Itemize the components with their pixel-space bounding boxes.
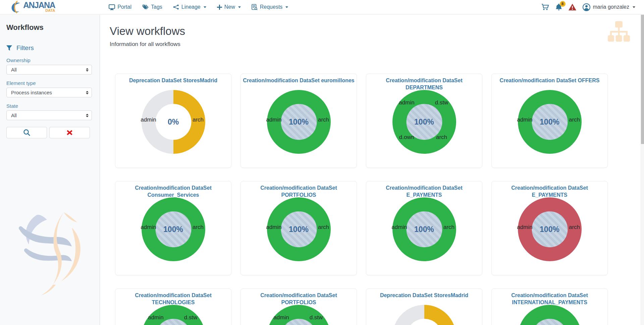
app-logo[interactable]: ANJANA DATA — [10, 1, 55, 13]
workflow-card[interactable]: Creation/modification DataSet OFFERS100%… — [491, 74, 608, 168]
percent-value: 0% — [168, 117, 179, 126]
filter-state-select[interactable]: All — [6, 110, 92, 120]
workflow-card-title[interactable]: Deprecation DataSet StoresMadrid — [115, 77, 231, 84]
navbar-right: 8 maria gonzalez — [541, 3, 636, 11]
donut-chart: 100%admind.stw — [142, 305, 205, 325]
donut-chart: 100%admind.stwd.ownarch — [392, 90, 456, 154]
donut-center: 100% — [281, 211, 317, 247]
workflow-card-title[interactable]: Creation/modification DataSet TECHNOLOGI… — [115, 292, 231, 306]
workflow-card[interactable]: Creation/modification DataSet INTERNATIO… — [491, 288, 608, 325]
donut-center: 0% — [406, 319, 442, 325]
role-label: arch — [569, 117, 580, 123]
filter-ownership-select[interactable]: All — [6, 65, 92, 75]
role-label: admin — [517, 117, 532, 123]
top-navbar: ANJANA DATA PortalTagsLineageNewRequests… — [0, 0, 644, 14]
role-label: d.stw — [435, 99, 448, 106]
workflow-card-title[interactable]: Creation/modification DataSet DEPARTMENS — [366, 77, 482, 91]
donut-chart: 100%adminarch — [518, 90, 582, 154]
workflow-card-title[interactable]: Creation/modification DataSet INTERNATIO… — [492, 292, 607, 306]
workflow-card-title[interactable]: Creation/modification DataSet euromillon… — [241, 77, 357, 84]
role-label: admin — [148, 314, 163, 321]
workflow-card-title[interactable]: Creation/modification DataSet PORTFOLIOS — [241, 185, 357, 199]
user-menu[interactable]: maria gonzalez — [583, 3, 636, 11]
nav-item-label: Portal — [117, 4, 131, 10]
donut-center: 100% — [281, 104, 317, 140]
search-button[interactable] — [6, 127, 47, 138]
search-icon — [23, 129, 31, 136]
workflow-card[interactable]: Creation/modification DataSet E_PAYMENTS… — [366, 181, 482, 275]
nav-item-lineage[interactable]: Lineage — [173, 4, 206, 10]
select-value: Process instances — [11, 90, 52, 95]
chevron-down-icon — [633, 6, 635, 8]
role-label: arch — [318, 117, 329, 123]
nav-item-new[interactable]: New — [217, 4, 241, 10]
workflow-card[interactable]: Creation/modification DataSet PORTFOLIOS… — [240, 181, 357, 275]
role-label: arch — [193, 224, 204, 231]
role-label: arch — [443, 224, 454, 231]
percent-value: 100% — [540, 117, 559, 126]
plus-icon — [217, 5, 222, 10]
donut-center: 100% — [532, 319, 568, 325]
workflow-card-title[interactable]: Creation/modification DataSet E_PAYMENTS — [366, 185, 482, 199]
scrollbar-thumb[interactable] — [641, 15, 644, 144]
percent-value: 100% — [414, 225, 434, 234]
notifications-badge: 8 — [560, 1, 566, 7]
notifications-button[interactable]: 8 — [555, 4, 562, 11]
alerts-button[interactable] — [569, 4, 576, 10]
workflow-card[interactable]: Creation/modification DataSet PORTFOLIOS… — [240, 288, 357, 325]
donut-chart: 0%adminarch — [142, 90, 205, 154]
role-label: admin — [141, 224, 156, 231]
filter-element-type-select[interactable]: Process instances — [6, 88, 92, 97]
main-menu: PortalTagsLineageNewRequests — [109, 4, 288, 10]
donut-chart: 100%admind.stw — [267, 305, 331, 325]
nav-item-requests[interactable]: Requests — [252, 4, 288, 10]
donut-center: 100% — [532, 104, 568, 140]
workflow-card[interactable]: Creation/modification DataSet euromillon… — [240, 74, 357, 168]
user-name: maria gonzalez — [593, 4, 630, 10]
filter-label-element-type: Element type — [6, 80, 94, 86]
sidebar-title: Workflows — [6, 23, 94, 32]
nav-item-portal[interactable]: Portal — [109, 4, 131, 10]
vertical-scrollbar[interactable] — [641, 15, 644, 325]
workflow-card[interactable]: Deprecation DataSet StoresMadrid0%admina… — [366, 288, 482, 325]
select-updown-icon — [86, 68, 89, 72]
tags-icon — [142, 4, 149, 10]
role-label: d.own — [399, 134, 414, 141]
workflow-card[interactable]: Deprecation DataSet StoresMadrid0%admina… — [115, 74, 231, 168]
donut-chart: 100%adminarch — [267, 197, 331, 261]
page-title: View workflows — [110, 25, 641, 38]
clear-filters-button[interactable] — [49, 127, 90, 138]
workflow-card-title[interactable]: Creation/modification DataSet OFFERS — [492, 77, 607, 84]
anjana-fairy-watermark — [16, 212, 90, 296]
cart-button[interactable] — [541, 4, 549, 10]
role-label: admin — [391, 224, 407, 231]
role-label: admin — [273, 314, 289, 321]
workflow-card-title[interactable]: Creation/modification DataSet PORTFOLIOS — [241, 292, 357, 306]
workflow-card-title[interactable]: Creation/modification DataSet E_PAYMENTS — [492, 185, 607, 199]
workflow-grid: Deprecation DataSet StoresMadrid0%admina… — [115, 74, 641, 325]
percent-value: 100% — [289, 225, 309, 234]
workflow-card[interactable]: Creation/modification DataSet DEPARTMENS… — [366, 74, 482, 168]
workflow-card[interactable]: Creation/modification DataSet E_PAYMENTS… — [491, 181, 608, 275]
role-label: d.stw — [310, 314, 323, 321]
sidebar: Workflows Filters OwnershipAllElement ty… — [0, 15, 100, 325]
workflow-card-title[interactable]: Deprecation DataSet StoresMadrid — [366, 292, 482, 299]
role-label: d.stw — [184, 314, 198, 321]
clear-x-icon — [66, 130, 73, 135]
nav-item-label: Lineage — [181, 4, 201, 10]
nav-item-tags[interactable]: Tags — [142, 4, 162, 10]
workflow-card[interactable]: Creation/modification DataSet TECHNOLOGI… — [115, 288, 231, 325]
page-subtitle: Information for all workflows — [110, 41, 641, 48]
select-value: All — [11, 67, 17, 73]
workflow-card[interactable]: Creation/modification DataSet Consumer_S… — [115, 181, 231, 275]
brand-name: ANJANA — [23, 2, 55, 9]
workflow-card-title[interactable]: Creation/modification DataSet Consumer_S… — [115, 185, 231, 199]
requests-icon — [252, 4, 258, 10]
nav-item-label: Tags — [151, 4, 162, 10]
donut-center: 100% — [406, 211, 442, 247]
user-icon — [583, 3, 590, 11]
role-label: admin — [399, 99, 414, 106]
select-updown-icon — [86, 114, 89, 117]
role-label: admin — [266, 117, 281, 123]
role-label: admin — [141, 117, 156, 123]
